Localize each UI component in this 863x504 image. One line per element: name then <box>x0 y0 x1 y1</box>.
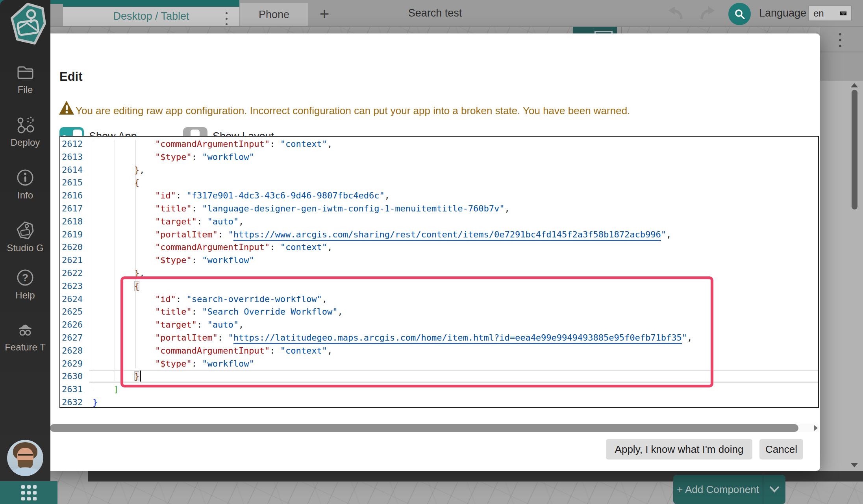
add-component-label: + Add Component <box>673 484 763 496</box>
deploy-icon <box>15 115 35 135</box>
scroll-right-arrow-icon[interactable] <box>814 425 818 431</box>
svg-text:?: ? <box>22 272 28 284</box>
sidebar-item-label: Info <box>17 190 33 201</box>
code-line[interactable]: 2615 { <box>60 176 818 189</box>
user-avatar[interactable] <box>7 440 43 476</box>
line-number: 2622 <box>60 267 89 280</box>
app-title: Search test <box>388 0 482 26</box>
edit-dialog: Edit You are editing raw app configurati… <box>43 33 820 471</box>
apply-button[interactable]: Apply, I know what I'm doing <box>606 439 752 460</box>
sidebar-item-label: Feature T <box>5 342 46 353</box>
code-line[interactable]: 2620 "commandArgumentInput": "context", <box>60 241 818 254</box>
code-line[interactable]: 2618 "target": "auto", <box>60 215 818 228</box>
code-line[interactable]: 2616 "id": "f317e901-4dc3-43c6-9d46-9807… <box>60 189 818 202</box>
line-number: 2620 <box>60 241 89 254</box>
screen: + Add Component Desktop / Tablet Phone +… <box>0 0 863 504</box>
avatar-shirt <box>11 467 39 476</box>
json-code-editor[interactable]: 2612 "commandArgumentInput": "context",2… <box>59 136 819 408</box>
dialog-title: Edit <box>59 70 83 84</box>
new-tab-button[interactable]: + <box>313 3 335 25</box>
line-number: 2631 <box>60 383 89 396</box>
sidebar-item-label: Studio G <box>7 243 43 254</box>
kebab-icon[interactable] <box>839 33 841 47</box>
line-number: 2614 <box>60 164 89 177</box>
line-number: 2621 <box>60 254 89 267</box>
map-pin-hexagon-logo[interactable] <box>9 2 47 46</box>
cancel-button[interactable]: Cancel <box>759 439 803 460</box>
language-select[interactable]: en <box>808 6 852 21</box>
line-number: 2613 <box>60 151 89 164</box>
line-number: 2629 <box>60 358 89 371</box>
sidebar-item-deploy[interactable]: Deploy <box>0 115 50 148</box>
sidebar-item-help[interactable]: ?Help <box>0 268 50 301</box>
scroll-down-arrow-icon[interactable] <box>851 463 858 467</box>
info-icon <box>15 168 35 187</box>
help-icon: ? <box>15 268 35 287</box>
warning-triangle-icon <box>58 100 75 118</box>
line-number: 2619 <box>60 228 89 241</box>
sidebar-item-file[interactable]: File <box>0 62 50 95</box>
sidebar-item-label: File <box>18 84 33 95</box>
sidebar: FileDeployInfoStudio G?HelpFeature T <box>0 0 50 481</box>
line-number: 2616 <box>60 189 89 202</box>
tab-desktop-tablet[interactable]: Desktop / Tablet <box>63 3 239 26</box>
code-line[interactable]: 2617 "title": "language-designer-gen-iwt… <box>60 202 818 215</box>
line-number: 2628 <box>60 345 89 358</box>
line-number: 2627 <box>60 332 89 345</box>
scroll-up-arrow-icon[interactable] <box>851 83 858 87</box>
redo-icon[interactable] <box>699 5 716 22</box>
language-value: en <box>813 8 824 19</box>
code-line[interactable]: 2621 "$type": "workflow" <box>60 254 818 267</box>
avatar-glasses <box>18 454 33 460</box>
tab-label: Desktop / Tablet <box>113 10 189 22</box>
sidebar-item-info[interactable]: Info <box>0 168 50 201</box>
code-line[interactable]: 2619 "portalItem": "https://www.arcgis.c… <box>60 228 818 241</box>
warning-banner: You are editing raw app configuration. I… <box>58 100 630 118</box>
code-line[interactable]: 2612 "commandArgumentInput": "context", <box>60 138 818 151</box>
tab-phone[interactable]: Phone <box>239 3 308 26</box>
top-bar: Desktop / Tablet Phone + Search test Lan… <box>0 0 863 27</box>
chevron-down-icon <box>840 11 846 15</box>
sidebar-item-studio-g[interactable]: Studio G <box>0 220 50 254</box>
feature-tester-icon <box>15 320 35 339</box>
divider <box>820 52 863 52</box>
right-panel-header <box>820 26 863 81</box>
code-line[interactable]: 2613 "$type": "workflow" <box>60 151 818 164</box>
sidebar-item-label: Help <box>15 290 35 301</box>
language-label: Language <box>759 0 806 26</box>
code-line[interactable]: 2632} <box>60 396 818 408</box>
line-number: 2612 <box>60 138 89 151</box>
horizontal-scrollbar-thumb[interactable] <box>50 424 798 432</box>
line-number: 2617 <box>60 202 89 215</box>
line-number: 2625 <box>60 306 89 319</box>
kebab-icon[interactable] <box>226 12 228 25</box>
line-number: 2624 <box>60 293 89 306</box>
line-number: 2632 <box>60 396 89 408</box>
add-component-button[interactable]: + Add Component <box>673 475 785 504</box>
line-number: 2626 <box>60 319 89 332</box>
tab-label: Phone <box>259 9 289 21</box>
vertical-scrollbar[interactable] <box>852 90 857 209</box>
folder-icon <box>15 62 35 82</box>
divider <box>621 26 622 34</box>
app-panel-header <box>573 26 617 34</box>
chevron-down-icon[interactable] <box>763 475 785 504</box>
sidebar-item-feature-t[interactable]: Feature T <box>0 320 50 353</box>
undo-icon[interactable] <box>667 5 684 22</box>
line-number: 2630 <box>60 370 89 383</box>
code-line[interactable]: 2614 }, <box>60 164 818 177</box>
line-number: 2618 <box>60 215 89 228</box>
highlight-box <box>120 276 713 387</box>
apps-bar <box>0 481 57 504</box>
studio-go-icon <box>15 220 35 240</box>
line-number: 2623 <box>60 280 89 293</box>
grid-icon[interactable] <box>21 485 37 500</box>
horizontal-scrollbar[interactable] <box>44 424 819 432</box>
line-number: 2615 <box>60 176 89 189</box>
sidebar-item-label: Deploy <box>11 137 40 148</box>
warning-text: You are editing raw app configuration. I… <box>76 105 630 118</box>
search-icon[interactable] <box>728 3 751 25</box>
